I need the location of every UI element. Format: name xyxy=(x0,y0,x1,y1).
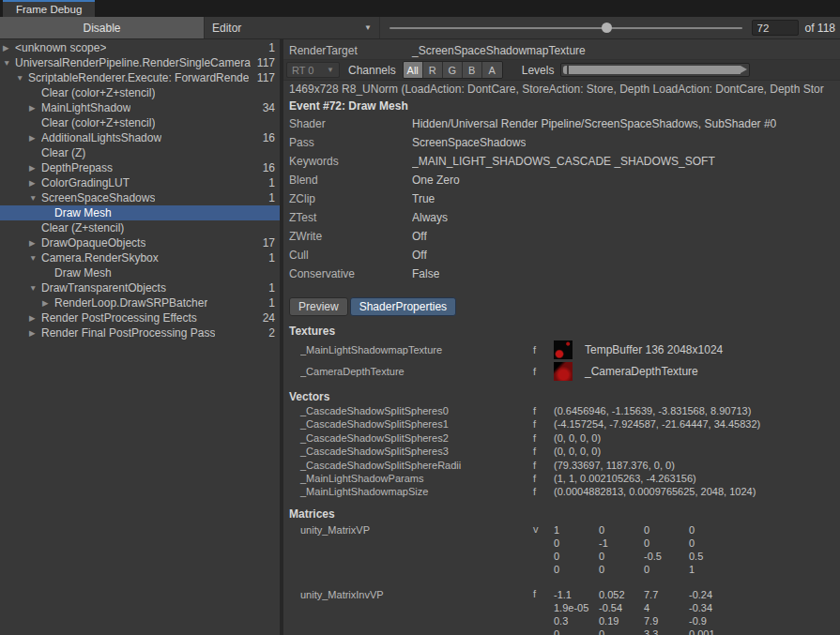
matrices-section-title: Matrices xyxy=(283,507,840,522)
channel-g-button[interactable]: G xyxy=(443,62,463,78)
channel-all-button[interactable]: All xyxy=(404,62,423,78)
matrix-values: 1000 0-100 00-0.50.5 0001 xyxy=(554,523,734,576)
tree-item[interactable]: Clear (color+Z+stencil) xyxy=(0,85,280,100)
event-properties: ShaderHidden/Universal Render Pipeline/S… xyxy=(283,114,840,283)
property-row: ConservativeFalse xyxy=(283,265,840,283)
channels-label: Channels xyxy=(348,64,396,77)
tree-item[interactable]: Clear (color+Z+stencil) xyxy=(0,115,280,130)
tree-item[interactable]: Camera.RenderSkybox1 xyxy=(0,250,280,265)
vector-row: _CascadeShadowSplitSpheres1f(-4.157254, … xyxy=(283,417,840,431)
property-row: ZWriteOff xyxy=(283,227,840,246)
target-dropdown-value: Editor xyxy=(212,22,241,35)
foldout-open-icon[interactable] xyxy=(29,250,41,265)
textures-section-title: Textures xyxy=(283,325,840,339)
vector-row: _MainLightShadowmapSizef(0.0004882813, 0… xyxy=(283,485,840,498)
property-row: ZClipTrue xyxy=(283,189,840,208)
foldout-open-icon[interactable] xyxy=(29,190,41,205)
tree-item[interactable]: Clear (Z+stencil) xyxy=(0,220,280,235)
main-split: <unknown scope>1 UniversalRenderPipeline… xyxy=(0,39,840,635)
foldout-closed-icon[interactable] xyxy=(29,325,41,340)
tab-title: Frame Debug xyxy=(16,4,82,15)
frame-slider[interactable] xyxy=(388,17,744,38)
foldout-closed-icon[interactable] xyxy=(29,235,41,250)
vectors-section-title: Vectors xyxy=(283,390,840,404)
vector-row: _CascadeShadowSplitSpheres3f(0, 0, 0, 0) xyxy=(283,445,840,458)
tree-item[interactable]: <unknown scope>1 xyxy=(0,40,280,55)
property-row: Keywords_MAIN_LIGHT_SHADOWS_CASCADE _SHA… xyxy=(283,152,840,171)
render-target-value: _ScreenSpaceShadowmapTexture xyxy=(412,44,586,57)
channel-r-button[interactable]: R xyxy=(423,62,443,78)
render-target-row: RenderTarget _ScreenSpaceShadowmapTextur… xyxy=(283,41,840,59)
foldout-open-icon[interactable] xyxy=(3,55,15,70)
rt-index-value: RT 0 xyxy=(292,65,313,76)
chevron-down-icon: ▼ xyxy=(364,23,372,32)
preview-tabs: Preview ShaderProperties xyxy=(289,297,840,316)
frame-slider-handle[interactable] xyxy=(602,23,612,33)
foldout-closed-icon[interactable] xyxy=(29,160,41,175)
tree-item[interactable]: ColorGradingLUT1 xyxy=(0,175,280,190)
levels-minmax-slider[interactable] xyxy=(560,63,750,77)
tree-item[interactable]: Clear (Z) xyxy=(0,145,280,160)
foldout-closed-icon[interactable] xyxy=(29,130,41,145)
channel-b-button[interactable]: B xyxy=(463,62,482,78)
frame-total-label: of 118 xyxy=(805,22,840,35)
tab-strip: Frame Debug xyxy=(0,0,840,17)
levels-min-handle[interactable] xyxy=(563,66,567,74)
render-target-label: RenderTarget xyxy=(289,44,412,57)
event-tree: <unknown scope>1 UniversalRenderPipeline… xyxy=(0,39,280,635)
foldout-closed-icon[interactable] xyxy=(42,295,54,310)
shadowmap-texture-thumbnail[interactable] xyxy=(554,340,573,359)
foldout-closed-icon[interactable] xyxy=(3,40,15,55)
matrix-values: -1.10.0527.7-0.24 1.9e-05-0.544-0.34 0.3… xyxy=(554,588,734,635)
tree-item[interactable]: DrawTransparentObjects1 xyxy=(0,280,280,295)
tree-item[interactable]: MainLightShadow34 xyxy=(0,100,280,115)
tree-item[interactable]: Render PostProcessing Effects24 xyxy=(0,310,280,325)
vector-row: _CascadeShadowSplitSpheres0f(0.6456946, … xyxy=(283,404,840,417)
tree-item[interactable]: DepthPrepass16 xyxy=(0,160,280,175)
property-row: PassScreenSpaceShadows xyxy=(283,133,840,152)
tree-item-selected[interactable]: Draw Mesh xyxy=(0,205,280,220)
foldout-closed-icon[interactable] xyxy=(29,310,41,325)
frame-debugger-window: Frame Debug Disable Editor ▼ of 118 <unk… xyxy=(0,0,840,635)
chevron-down-icon: ▼ xyxy=(327,66,334,74)
tab-preview[interactable]: Preview xyxy=(289,297,348,316)
tree-item[interactable]: DrawOpaqueObjects17 xyxy=(0,235,280,250)
event-title: Event #72: Draw Mesh xyxy=(283,98,840,114)
render-target-format: 1469x728 R8_UNorm (LoadAction: DontCare,… xyxy=(283,82,840,98)
tree-item[interactable]: ScreenSpaceShadows1 xyxy=(0,190,280,205)
channel-buttons: All R G B A xyxy=(403,61,503,79)
levels-label: Levels xyxy=(522,64,555,77)
event-detail-panel: RenderTarget _ScreenSpaceShadowmapTextur… xyxy=(283,39,840,635)
foldout-open-icon[interactable] xyxy=(16,70,28,85)
property-row: ShaderHidden/Universal Render Pipeline/S… xyxy=(283,114,840,133)
tree-item[interactable]: UniversalRenderPipeline.RenderSingleCame… xyxy=(0,55,280,70)
target-dropdown[interactable]: Editor ▼ xyxy=(205,17,380,38)
depth-texture-thumbnail[interactable] xyxy=(554,362,573,381)
tree-item[interactable]: Draw Mesh xyxy=(0,265,280,280)
tab-frame-debug[interactable]: Frame Debug xyxy=(3,0,95,17)
matrix-row: unity_MatrixVP v 1000 0-100 00-0.50.5 00… xyxy=(283,523,840,576)
vector-row: _CascadeShadowSplitSphereRadiif(79.33697… xyxy=(283,459,840,472)
levels-fill xyxy=(569,66,741,74)
rt-index-dropdown[interactable]: RT 0 ▼ xyxy=(286,62,340,78)
foldout-closed-icon[interactable] xyxy=(29,175,41,190)
channel-a-button[interactable]: A xyxy=(482,62,502,78)
tree-item[interactable]: RenderLoop.DrawSRPBatcher1 xyxy=(0,295,280,310)
foldout-closed-icon[interactable] xyxy=(29,100,41,115)
foldout-open-icon[interactable] xyxy=(29,280,41,295)
tree-item[interactable]: ScriptableRenderer.Execute: ForwardRende… xyxy=(0,70,280,85)
property-row: CullOff xyxy=(283,246,840,265)
vector-row: _CascadeShadowSplitSpheres2f(0, 0, 0, 0) xyxy=(283,431,840,445)
property-row: ZTestAlways xyxy=(283,208,840,227)
disable-button[interactable]: Disable xyxy=(0,17,205,38)
frame-slider-track xyxy=(389,27,742,29)
tree-item[interactable]: Render Final PostProcessing Pass2 xyxy=(0,325,280,340)
toolbar: Disable Editor ▼ of 118 xyxy=(0,17,840,39)
vector-row: _MainLightShadowParamsf(1, 1, 0.00210526… xyxy=(283,472,840,485)
tree-item[interactable]: AdditionalLightsShadow16 xyxy=(0,130,280,145)
texture-row: _MainLightShadowmapTexture f TempBuffer … xyxy=(283,339,840,360)
frame-number-field[interactable] xyxy=(752,20,799,36)
tab-shader-properties[interactable]: ShaderProperties xyxy=(350,297,456,316)
texture-row: _CameraDepthTexture f _CameraDepthTextur… xyxy=(283,360,840,382)
levels-max-handle[interactable] xyxy=(741,66,747,73)
